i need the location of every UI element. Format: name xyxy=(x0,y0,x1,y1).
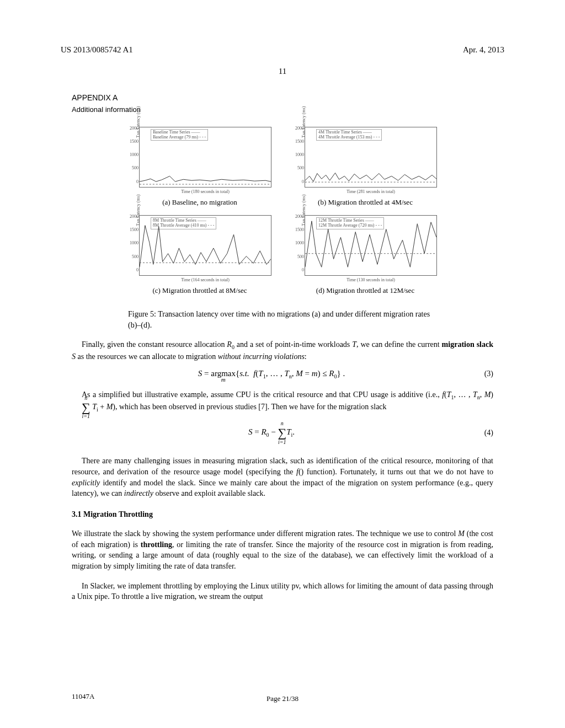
equation-4-number: (4) xyxy=(471,427,493,438)
chart-a-line xyxy=(140,127,271,187)
chart-yticks: 2000 1500 1000 500 0 xyxy=(126,125,138,185)
page-content: APPENDIX A Additional information Txn La… xyxy=(0,77,565,602)
page-number-top: 11 xyxy=(0,66,565,77)
chart-b-caption: (b) Migration throttled at 4M/sec xyxy=(294,197,437,207)
chart-b: Txn Latency (ms) 2000 1500 1000 500 0 4M… xyxy=(294,127,437,213)
paragraph-slack-def: Finally, given the constant resource all… xyxy=(72,339,493,362)
footer-pagenum: Page 21/38 xyxy=(72,694,493,704)
figure-5-caption: Figure 5: Transaction latency over time … xyxy=(128,309,437,330)
chart-d: Txn Latency (ms) 2000 1500 1000 500 0 12… xyxy=(294,215,437,301)
chart-c-caption: (c) Migration throttled at 8M/sec xyxy=(128,286,271,296)
paragraph-throttling-2: In Slacker, we implement throttling by e… xyxy=(72,581,493,602)
chart-yticks: 2000 1500 1000 500 0 xyxy=(292,213,304,273)
appendix-title: APPENDIX A xyxy=(72,93,493,104)
equation-3-body: S = argmaxm{s.t. f(T1, … , Tn, M = m) ≤ … xyxy=(72,368,471,381)
chart-b-line xyxy=(305,127,436,187)
chart-d-caption: (d) Migration throttled at 12M/sec xyxy=(294,286,437,296)
footer-docnum: 11047A xyxy=(72,692,94,700)
section-3-1-heading: 3.1 Migration Throttling xyxy=(72,509,493,520)
page-header: US 2013/0085742 A1 Apr. 4, 2013 xyxy=(0,0,565,56)
chart-c-xlabel: Time (164 seconds in total) xyxy=(140,277,271,283)
chart-yticks: 2000 1500 1000 500 0 xyxy=(292,125,304,185)
equation-4: S = R0 − ∑ni=1Ti. (4) xyxy=(72,419,493,447)
chart-yticks: 2000 1500 1000 500 0 xyxy=(126,213,138,273)
chart-d-xlabel: Time (130 seconds in total) xyxy=(305,277,436,283)
publication-number: US 2013/0085742 A1 xyxy=(61,44,133,56)
chart-d-line xyxy=(305,216,436,275)
chart-c-line xyxy=(140,216,271,275)
equation-3-number: (3) xyxy=(471,368,493,379)
chart-a-xlabel: Time (180 seconds in total) xyxy=(140,189,271,195)
paragraph-challenges: There are many challenging issues in mea… xyxy=(72,456,493,499)
figure-row-1: Txn Latency (ms) 2000 1500 1000 500 0 Ba… xyxy=(128,127,437,213)
chart-a-box: Txn Latency (ms) 2000 1500 1000 500 0 Ba… xyxy=(139,127,271,188)
chart-b-box: Txn Latency (ms) 2000 1500 1000 500 0 4M… xyxy=(305,127,437,188)
chart-c: Txn Latency (ms) 2000 1500 1000 500 0 8M… xyxy=(128,215,271,301)
page-footer: 11047A Page 21/38 xyxy=(72,692,493,704)
chart-c-box: Txn Latency (ms) 2000 1500 1000 500 0 8M… xyxy=(139,215,271,276)
equation-3: S = argmaxm{s.t. f(T1, … , Tn, M = m) ≤ … xyxy=(72,368,493,381)
chart-a: Txn Latency (ms) 2000 1500 1000 500 0 Ba… xyxy=(128,127,271,213)
equation-4-body: S = R0 − ∑ni=1Ti. xyxy=(72,419,471,447)
publication-date: Apr. 4, 2013 xyxy=(463,44,504,56)
figure-row-2: Txn Latency (ms) 2000 1500 1000 500 0 8M… xyxy=(128,215,437,301)
chart-b-xlabel: Time (281 seconds in total) xyxy=(305,189,436,195)
chart-a-caption: (a) Baseline, no migration xyxy=(128,197,271,207)
figure-5: Txn Latency (ms) 2000 1500 1000 500 0 Ba… xyxy=(128,127,437,331)
paragraph-additive: As a simplified but illustrative example… xyxy=(72,389,493,414)
chart-d-box: Txn Latency (ms) 2000 1500 1000 500 0 12… xyxy=(305,215,437,276)
paragraph-throttling-1: We illustrate the slack by showing the s… xyxy=(72,528,493,571)
